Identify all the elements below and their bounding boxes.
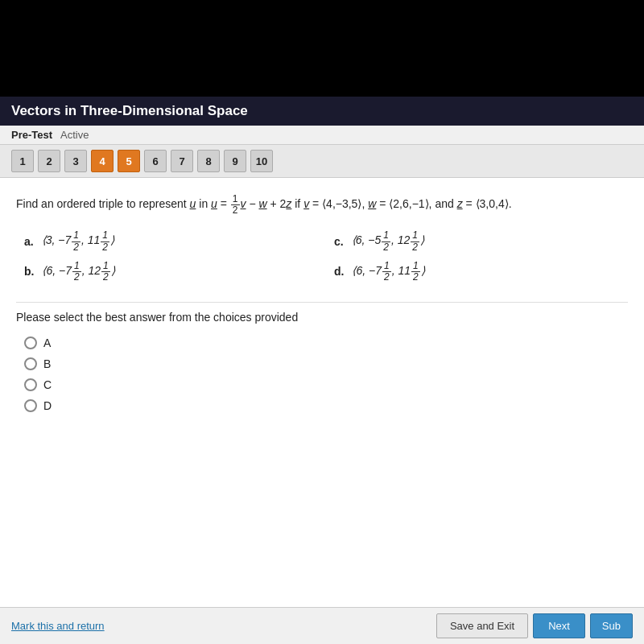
nav-btn-3[interactable]: 3 xyxy=(64,150,87,172)
choice-b: b. ⟨6, −712, 1212⟩ xyxy=(24,261,310,283)
nav-btn-8[interactable]: 8 xyxy=(197,150,220,172)
status-badge: Active xyxy=(60,129,89,141)
subtitle-label: Pre-Test xyxy=(11,129,52,141)
question-nav: 1 2 3 4 5 6 7 8 9 10 xyxy=(0,145,644,178)
radio-options: A B C D xyxy=(16,336,628,412)
nav-btn-6[interactable]: 6 xyxy=(144,150,167,172)
radio-d[interactable]: D xyxy=(24,399,628,412)
radio-label-a: A xyxy=(43,336,51,349)
radio-circle-b[interactable] xyxy=(24,357,37,370)
radio-circle-d[interactable] xyxy=(24,399,37,412)
bottom-buttons: Save and Exit Next Sub xyxy=(436,613,633,638)
radio-label-b: B xyxy=(43,357,51,370)
nav-btn-7[interactable]: 7 xyxy=(171,150,193,172)
sub-button[interactable]: Sub xyxy=(590,613,633,638)
radio-a[interactable]: A xyxy=(24,336,628,349)
radio-c[interactable]: C xyxy=(24,378,628,391)
radio-circle-c[interactable] xyxy=(24,378,37,391)
page-title: Vectors in Three-Dimensional Space xyxy=(11,103,248,118)
nav-btn-4[interactable]: 4 xyxy=(91,150,114,172)
radio-label-c: C xyxy=(43,378,52,391)
nav-btn-9[interactable]: 9 xyxy=(224,150,246,172)
mark-return-button[interactable]: Mark this and return xyxy=(11,620,105,632)
choice-d: d. ⟨6, −712, 1112⟩ xyxy=(334,261,620,283)
nav-btn-5[interactable]: 5 xyxy=(118,150,140,172)
radio-b[interactable]: B xyxy=(24,357,628,370)
save-exit-button[interactable]: Save and Exit xyxy=(436,613,528,638)
choices-grid: a. ⟨3, −712, 1112⟩ c. ⟨6, −512, 1212⟩ b.… xyxy=(16,230,628,283)
question-text: Find an ordered triple to represent u in… xyxy=(16,194,628,216)
next-button[interactable]: Next xyxy=(533,613,585,638)
nav-btn-2[interactable]: 2 xyxy=(38,150,60,172)
radio-label-d: D xyxy=(43,399,52,412)
radio-circle-a[interactable] xyxy=(24,336,37,349)
bottom-bar: Mark this and return Save and Exit Next … xyxy=(0,607,644,644)
choice-c: c. ⟨6, −512, 1212⟩ xyxy=(334,230,620,252)
nav-btn-1[interactable]: 1 xyxy=(11,150,34,172)
select-prompt: Please select the best answer from the c… xyxy=(16,311,628,324)
nav-btn-10[interactable]: 10 xyxy=(250,150,273,172)
choice-a: a. ⟨3, −712, 1112⟩ xyxy=(24,230,310,252)
